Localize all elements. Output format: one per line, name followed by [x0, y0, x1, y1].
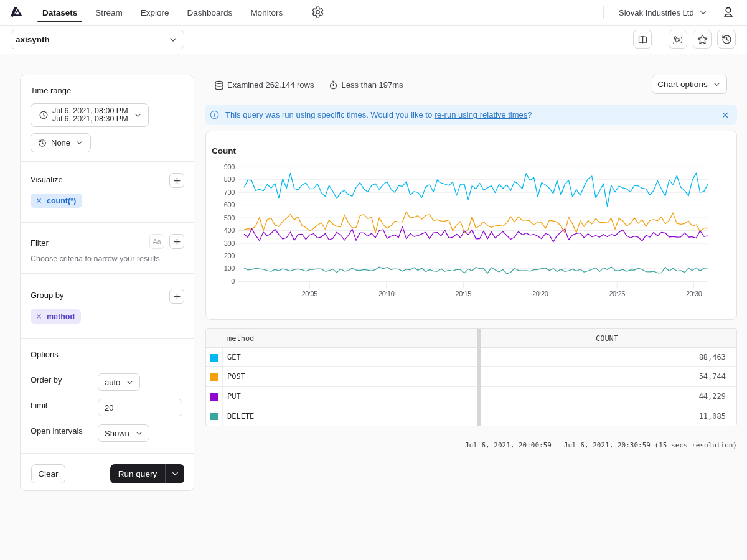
relative-time-banner: This query was run using specific times.… [205, 105, 737, 125]
series-color-swatch [210, 354, 218, 362]
series-color-swatch [210, 413, 218, 420]
add-visualization-button[interactable] [169, 173, 184, 188]
toolbar-actions: f(x) [633, 30, 736, 49]
open-intervals-label: Open intervals [31, 426, 83, 436]
run-query-label[interactable]: Run query [110, 464, 165, 483]
tab-monitors-label: Monitors [250, 8, 283, 17]
column-resize-handle[interactable] [477, 329, 481, 426]
visualize-chip-count[interactable]: count(*) [31, 194, 82, 208]
time-range-value: Jul 6, 2021, 08:00 PM Jul 6, 2021, 08:30… [52, 107, 128, 123]
remove-icon[interactable] [35, 313, 42, 320]
count-cell: 44,229 [699, 387, 726, 406]
query-history-button[interactable] [717, 30, 736, 49]
method-cell: PUT [227, 387, 241, 406]
remove-icon[interactable] [35, 197, 42, 204]
star-icon [697, 34, 708, 45]
starred-button[interactable] [693, 30, 712, 49]
open-intervals-value: Shown [105, 429, 129, 438]
tab-explore-label: Explore [141, 8, 169, 17]
chevron-down-icon [133, 111, 143, 120]
tab-datasets-label: Datasets [42, 8, 77, 17]
series-swatch-cell [206, 387, 223, 406]
chart-options-label: Chart options [657, 80, 707, 89]
svg-text:20:30: 20:30 [686, 290, 702, 297]
chevron-down-icon [134, 429, 144, 438]
tab-stream[interactable]: Stream [90, 0, 128, 25]
query-duration-text: Less than 197ms [341, 80, 403, 90]
svg-text:20:15: 20:15 [455, 290, 471, 297]
rerun-relative-link[interactable]: re-run using relative times [435, 110, 528, 119]
fx-icon: f(x) [673, 35, 683, 44]
axiom-logo-icon[interactable] [8, 4, 24, 21]
svg-text:800: 800 [224, 175, 235, 183]
table-row[interactable]: PUT44,229 [206, 387, 736, 406]
results-table: method COUNT GET88,463POST54,744PUT44,22… [205, 328, 737, 426]
history-icon [38, 139, 47, 147]
time-range-button[interactable]: Jul 6, 2021, 08:00 PM Jul 6, 2021, 08:30… [31, 103, 149, 127]
tab-monitors[interactable]: Monitors [245, 0, 288, 25]
org-name: Slovak Industries Ltd [619, 8, 694, 17]
add-group-by-button[interactable] [169, 289, 184, 304]
group-by-title: Group by [31, 291, 63, 300]
chip-label: count(*) [47, 197, 76, 205]
chevron-down-icon [712, 80, 721, 89]
open-intervals-select[interactable]: Shown [98, 424, 149, 442]
add-filter-button[interactable] [169, 234, 184, 249]
series-line-post [244, 212, 708, 233]
top-nav: Datasets Stream Explore Dashboards Monit… [0, 0, 747, 26]
limit-input[interactable] [98, 399, 182, 416]
banner-close-icon[interactable] [721, 111, 730, 119]
svg-text:700: 700 [224, 189, 235, 196]
order-by-select[interactable]: auto [98, 373, 140, 391]
line-chart[interactable]: 010020030040050060070080090020:0520:1020… [206, 131, 736, 319]
run-query-button[interactable]: Run query [110, 464, 184, 483]
info-icon [210, 110, 219, 119]
compare-value: None [51, 138, 70, 147]
table-row[interactable]: DELETE11,085 [206, 406, 736, 426]
tab-stream-label: Stream [95, 8, 123, 17]
svg-text:900: 900 [224, 163, 235, 170]
chevron-down-icon [171, 469, 180, 478]
chart-options-button[interactable]: Chart options [652, 75, 727, 94]
virtual-fields-button[interactable]: f(x) [669, 30, 687, 49]
table-row[interactable]: POST54,744 [206, 367, 736, 386]
timeseries-chart-card: Count 010020030040050060070080090020:052… [205, 131, 737, 320]
case-sensitivity-button[interactable]: Aa [149, 234, 164, 249]
compare-against-button[interactable]: None [31, 133, 91, 152]
clear-button[interactable]: Clear [31, 464, 65, 483]
case-sensitivity-label: Aa [153, 238, 161, 245]
table-row[interactable]: GET88,463 [206, 348, 736, 367]
book-open-icon [637, 34, 648, 45]
column-header-count[interactable]: COUNT [481, 329, 733, 348]
group-by-chip-method[interactable]: method [31, 309, 81, 324]
svg-text:0: 0 [231, 278, 235, 285]
series-color-swatch [210, 373, 218, 381]
svg-text:500: 500 [224, 214, 235, 222]
tab-dashboards[interactable]: Dashboards [182, 0, 238, 25]
docs-button[interactable] [633, 30, 652, 49]
method-cell: POST [227, 367, 245, 386]
plus-icon [172, 237, 182, 246]
tab-datasets[interactable]: Datasets [37, 0, 82, 25]
user-avatar-icon[interactable] [722, 6, 735, 19]
org-switcher[interactable]: Slovak Industries Ltd [619, 0, 708, 25]
nav-divider-left [298, 6, 298, 19]
clock-icon [39, 111, 48, 119]
timer-icon [329, 80, 338, 90]
nav-divider-right [603, 6, 604, 19]
plus-icon [172, 292, 182, 301]
dataset-toolbar: axisynth f(x) [0, 26, 747, 54]
svg-text:100: 100 [224, 264, 235, 272]
run-query-menu-button[interactable] [165, 464, 184, 483]
dataset-select[interactable]: axisynth [11, 30, 184, 49]
options-title: Options [31, 350, 59, 359]
limit-label: Limit [31, 401, 47, 410]
banner-message: This query was run using specific times.… [225, 110, 532, 119]
order-by-value: auto [105, 378, 120, 387]
chevron-down-icon [125, 378, 134, 387]
settings-gear-icon[interactable] [312, 6, 324, 18]
series-color-swatch [210, 393, 218, 401]
tab-explore[interactable]: Explore [136, 0, 174, 25]
column-header-method[interactable]: method [227, 329, 254, 348]
section-divider [21, 273, 194, 274]
